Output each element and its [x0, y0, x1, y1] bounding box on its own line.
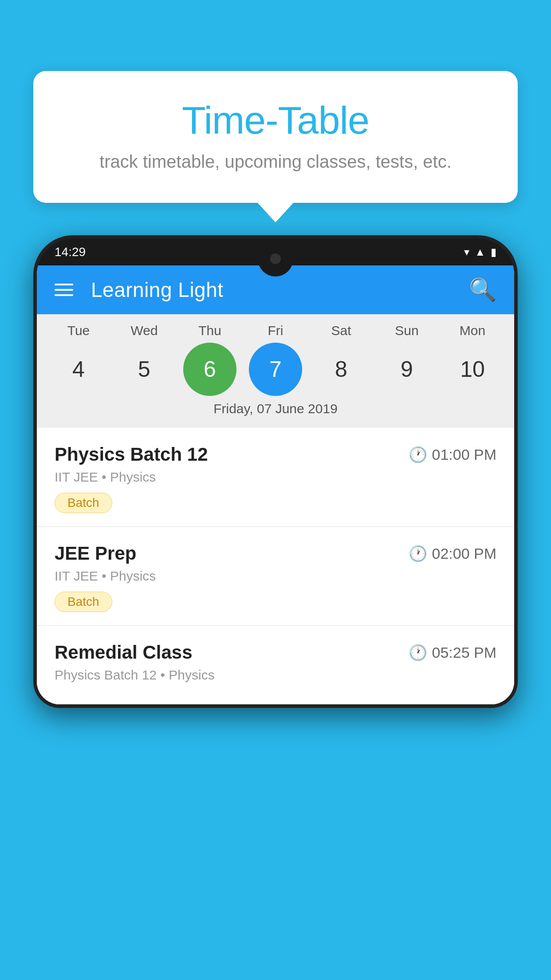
- phone-screen: Learning Light 🔍 TueWedThuFriSatSunMon 4…: [37, 265, 514, 704]
- schedule-list: Physics Batch 12🕐01:00 PMIIT JEE • Physi…: [37, 428, 514, 704]
- schedule-title-2: Remedial Class: [55, 642, 193, 663]
- day-cell-7[interactable]: 7: [249, 343, 302, 396]
- phone-mockup: 14:29 ▾ ▲ ▮ Learning Light 🔍: [33, 235, 518, 980]
- battery-icon: ▮: [491, 246, 496, 258]
- day-cell-9[interactable]: 9: [380, 343, 433, 396]
- menu-line-3: [55, 294, 73, 296]
- search-button[interactable]: 🔍: [469, 277, 496, 303]
- schedule-meta-0: IIT JEE • Physics: [55, 470, 496, 485]
- speech-bubble: Time-Table track timetable, upcoming cla…: [33, 71, 518, 203]
- day-header-tue: Tue: [52, 323, 105, 338]
- phone-frame: 14:29 ▾ ▲ ▮ Learning Light 🔍: [33, 235, 518, 708]
- day-cell-6[interactable]: 6: [183, 343, 236, 396]
- signal-icon: ▲: [475, 246, 485, 258]
- camera-dot: [270, 253, 281, 264]
- schedule-meta-1: IIT JEE • Physics: [55, 569, 496, 584]
- schedule-time-2: 05:25 PM: [432, 644, 496, 661]
- day-header-sun: Sun: [380, 323, 433, 338]
- day-header-wed: Wed: [118, 323, 171, 338]
- status-bar: 14:29 ▾ ▲ ▮: [37, 239, 514, 265]
- schedule-item-2[interactable]: Remedial Class🕐05:25 PMPhysics Batch 12 …: [37, 626, 514, 704]
- day-cell-8[interactable]: 8: [315, 343, 368, 396]
- schedule-title-1: JEE Prep: [55, 543, 136, 564]
- schedule-time-0: 01:00 PM: [432, 446, 496, 463]
- schedule-item-0[interactable]: Physics Batch 12🕐01:00 PMIIT JEE • Physi…: [37, 428, 514, 527]
- menu-line-2: [55, 289, 73, 291]
- schedule-item-1[interactable]: JEE Prep🕐02:00 PMIIT JEE • PhysicsBatch: [37, 527, 514, 626]
- day-cell-4[interactable]: 4: [52, 343, 105, 396]
- day-header-thu: Thu: [183, 323, 236, 338]
- day-header-sat: Sat: [315, 323, 368, 338]
- day-header-mon: Mon: [446, 323, 499, 338]
- clock-icon-1: 🕐: [409, 545, 427, 562]
- camera-notch: [258, 241, 293, 277]
- schedule-title-0: Physics Batch 12: [55, 444, 208, 465]
- clock-icon-2: 🕐: [409, 644, 427, 661]
- day-headers: TueWedThuFriSatSunMon: [37, 323, 514, 338]
- day-numbers: 45678910: [37, 343, 514, 396]
- menu-line-1: [55, 284, 73, 285]
- status-icons: ▾ ▲ ▮: [464, 246, 496, 258]
- selected-date-label: Friday, 07 June 2019: [37, 396, 514, 423]
- schedule-time-1: 02:00 PM: [432, 545, 496, 562]
- day-header-fri: Fri: [249, 323, 302, 338]
- bubble-title: Time-Table: [69, 98, 482, 143]
- status-time: 14:29: [55, 245, 86, 259]
- clock-icon-0: 🕐: [409, 446, 427, 463]
- calendar-strip: TueWedThuFriSatSunMon 45678910 Friday, 0…: [37, 314, 514, 428]
- day-cell-10[interactable]: 10: [446, 343, 499, 396]
- menu-button[interactable]: [55, 284, 73, 296]
- batch-badge-1: Batch: [55, 592, 112, 612]
- day-cell-5[interactable]: 5: [118, 343, 171, 396]
- app-title: Learning Light: [91, 278, 451, 302]
- schedule-meta-2: Physics Batch 12 • Physics: [55, 668, 496, 683]
- batch-badge-0: Batch: [55, 493, 112, 513]
- bubble-subtitle: track timetable, upcoming classes, tests…: [69, 152, 482, 172]
- wifi-icon: ▾: [464, 246, 469, 258]
